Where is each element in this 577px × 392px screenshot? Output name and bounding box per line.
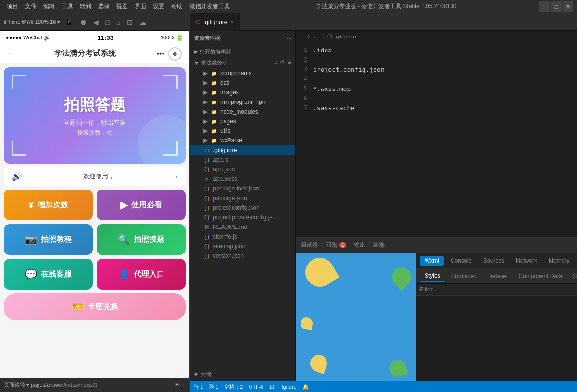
- welcome-bar[interactable]: 🔊 欢迎使用， ›: [4, 167, 186, 186]
- btn-add-count[interactable]: ¥ 增加次数: [4, 190, 93, 220]
- phone-content[interactable]: 拍照答题 问题拍一拍，秒出答案 搜索次数：次 🔊 欢迎使用， › ¥ 增加次数: [0, 63, 189, 378]
- folder-wxparse[interactable]: ▶ 📁 wxParse: [190, 136, 295, 145]
- menu-project[interactable]: 项目: [4, 1, 21, 12]
- tab-console[interactable]: Console: [446, 256, 477, 266]
- btn-must-see[interactable]: ▶ 使用必看: [97, 190, 186, 220]
- devtools-tab-issues[interactable]: 问题 1: [325, 239, 347, 251]
- nav-dots[interactable]: •••: [156, 50, 164, 58]
- project-root-label[interactable]: ▼ 学法减分小… ＋ □ ↺ ⊟: [190, 57, 295, 68]
- folder-pages[interactable]: ▶ 📁 pages: [190, 116, 295, 126]
- tab-wxml[interactable]: Wxml: [420, 256, 444, 266]
- home-icon[interactable]: ⌂: [114, 17, 122, 27]
- breadcrumb-back-icon[interactable]: ←: [313, 34, 318, 39]
- refresh-icon[interactable]: ↺: [280, 59, 284, 66]
- file-packagelock[interactable]: { } package-lock.json: [190, 184, 295, 193]
- folder-node-modules[interactable]: ▶ 📁 node_modules: [190, 107, 295, 116]
- nav-back-icon[interactable]: ···: [8, 50, 14, 58]
- minimize-button[interactable]: ─: [539, 1, 550, 12]
- file-sitemap[interactable]: { } sitemap.json: [190, 241, 295, 251]
- file-appjs[interactable]: { } app.js: [190, 155, 295, 164]
- cloud-icon[interactable]: ☁: [138, 17, 148, 27]
- folder-components[interactable]: ▶ 📁 components: [190, 68, 295, 78]
- btn-redeem[interactable]: 🎫 卡密兑换: [4, 293, 186, 320]
- collapse-icon[interactable]: ⊟: [287, 59, 291, 66]
- phone-signal: ●●●●● WeChat 🔊: [6, 35, 50, 41]
- tab-memory[interactable]: Memory: [544, 256, 574, 266]
- close-button[interactable]: ✕: [563, 1, 573, 12]
- btn-photo-tutorial[interactable]: 📷 拍照教程: [4, 224, 93, 255]
- new-folder-icon[interactable]: □: [274, 59, 277, 66]
- menu-edit[interactable]: 编辑: [40, 1, 58, 12]
- btn-agent[interactable]: 👤 代理入口: [97, 259, 186, 290]
- breadcrumb-bookmark-icon[interactable]: ☆: [306, 33, 311, 39]
- nav-record-btn[interactable]: ⏺: [168, 47, 182, 61]
- hero-title: 拍照答题: [64, 94, 125, 115]
- bell-icon[interactable]: 🔔: [302, 384, 309, 390]
- file-version[interactable]: { } version.json: [190, 251, 295, 261]
- corner-tl: [12, 75, 26, 89]
- file-gitignore[interactable]: ⬡ .gitignore: [190, 145, 295, 155]
- status-spaces: 空格：2: [224, 383, 243, 391]
- sitemap-icon: { }: [203, 243, 210, 250]
- page-path[interactable]: 页面路径 ▾ pages/answer/index/index □: [4, 381, 97, 389]
- leaf-yellow-3: [300, 316, 314, 330]
- tab-network[interactable]: Network: [511, 256, 542, 266]
- folder-utils[interactable]: ▶ 📁 utils: [190, 126, 295, 136]
- breadcrumb-nav-icon[interactable]: ≡: [301, 34, 304, 39]
- devtools-tab-debugger[interactable]: 调试器: [300, 239, 319, 251]
- code-body[interactable]: 1 .idea 2 3 project.config.json 4: [296, 42, 577, 237]
- back-icon[interactable]: ◀: [91, 17, 100, 27]
- forward-icon[interactable]: □: [103, 17, 111, 27]
- tab-styles[interactable]: Styles: [420, 270, 445, 282]
- status-ignore: Ignore: [282, 384, 297, 390]
- menu-view[interactable]: 视图: [113, 1, 131, 12]
- menu-file[interactable]: 文件: [22, 1, 39, 12]
- menu-wechat[interactable]: 微信开发者工具: [187, 1, 233, 12]
- filter-input[interactable]: [420, 286, 577, 293]
- tab-sources[interactable]: Sources: [478, 256, 509, 266]
- top-menubar: 项目 文件 编辑 工具 转到 选择 视图 界面 设置 帮助 微信开发者工具 学法…: [0, 0, 577, 13]
- scan-icon[interactable]: ⊡: [125, 17, 135, 27]
- menu-help[interactable]: 帮助: [168, 1, 186, 12]
- btn-customer-service[interactable]: 💬 在线客服: [4, 259, 93, 290]
- file-appwxss[interactable]: ≅ app.wxss: [190, 174, 295, 184]
- folder-dati[interactable]: ▶ 📁 dati: [190, 78, 295, 88]
- tab-scope-data[interactable]: Scope Data: [568, 271, 577, 281]
- tab-close-icon[interactable]: ✕: [230, 19, 234, 25]
- tab-computed[interactable]: Computed: [446, 271, 482, 281]
- devtools-tab-output[interactable]: 输出: [353, 239, 366, 251]
- more-icon[interactable]: ···: [287, 36, 291, 41]
- new-file-icon[interactable]: ＋: [265, 59, 271, 66]
- tab-component-data[interactable]: Component Data: [514, 271, 567, 281]
- menu-settings[interactable]: 设置: [150, 1, 167, 12]
- record-icon[interactable]: ⏺: [78, 17, 88, 27]
- tree-section[interactable]: ▶ 打开的编辑器 ▼ 学法减分小… ＋ □ ↺ ⊟: [190, 46, 295, 367]
- breadcrumb-forward-icon[interactable]: →: [320, 34, 326, 39]
- menu-tools[interactable]: 工具: [59, 1, 76, 12]
- btn-photo-search-label: 拍照搜题: [134, 235, 164, 245]
- btn-photo-search[interactable]: 🔍 拍照搜题: [97, 224, 186, 255]
- btn-customer-service-label: 在线客服: [41, 269, 72, 279]
- tab-gitignore[interactable]: ⬡ .gitignore ✕: [190, 13, 240, 31]
- menu-goto[interactable]: 转到: [77, 1, 94, 12]
- file-projectprivate[interactable]: { } project.private-config.js…: [190, 213, 295, 222]
- folder-miniprogram-npm[interactable]: ▶ 📁 miniprogram_npm: [190, 97, 295, 107]
- folder-icon6: 📁: [211, 118, 217, 125]
- styles-content[interactable]: [416, 296, 577, 381]
- outline-section[interactable]: ▶ 大纲: [190, 367, 295, 381]
- file-readme[interactable]: M README.md: [190, 222, 295, 232]
- file-appjson[interactable]: { } app.json: [190, 164, 295, 174]
- folder-images[interactable]: ▶ 📁 images: [190, 88, 295, 97]
- phone-icon[interactable]: 📱: [63, 17, 75, 27]
- file-siteinfo[interactable]: { } siteinfo.js: [190, 232, 295, 241]
- nav-title: 学法满分考试系统: [54, 49, 116, 59]
- device-label[interactable]: iPhone 6/7/8 100% 16 ▾: [4, 19, 60, 25]
- tab-dataset[interactable]: Dataset: [483, 271, 513, 281]
- open-editors-label[interactable]: ▶ 打开的编辑器: [190, 46, 295, 57]
- devtools-tab-terminal[interactable]: 终端: [372, 239, 386, 251]
- file-projectconfig[interactable]: { } project.config.json: [190, 203, 295, 213]
- menu-interface[interactable]: 界面: [132, 1, 149, 12]
- file-packagejson[interactable]: { } package.json: [190, 193, 295, 203]
- maximize-button[interactable]: □: [551, 1, 562, 12]
- menu-select[interactable]: 选择: [95, 1, 113, 12]
